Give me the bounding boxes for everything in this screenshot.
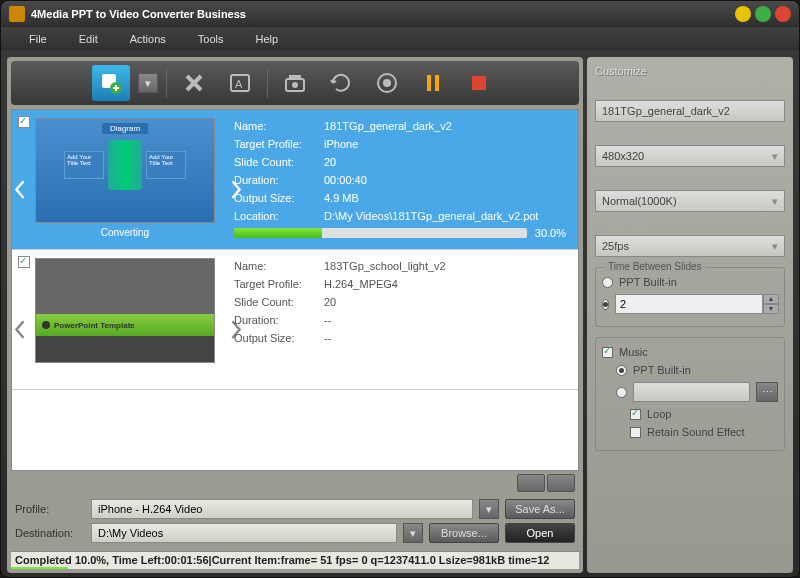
toolbar: ▾ A: [11, 61, 579, 105]
item-duration: 00:00:40: [324, 174, 367, 186]
quality-label: Quality: [595, 173, 785, 184]
svg-rect-10: [435, 75, 439, 91]
delete-button[interactable]: [175, 65, 213, 101]
time-input[interactable]: [615, 294, 763, 314]
item-size: 4.9 MB: [324, 192, 359, 204]
item-slides: 20: [324, 296, 336, 308]
svg-text:A: A: [235, 78, 243, 90]
browse-button[interactable]: Browse...: [429, 523, 499, 543]
profile-label: Profile:: [15, 503, 85, 515]
item-location: D:\My Videos\181TGp_general_dark_v2.pot: [324, 210, 538, 222]
progress-percent: 30.0%: [535, 227, 566, 239]
menu-help[interactable]: Help: [239, 33, 294, 45]
app-window: 4Media PPT to Video Converter Business F…: [0, 0, 800, 578]
item-duration: --: [324, 314, 331, 326]
stop-button[interactable]: [460, 65, 498, 101]
item-profile: iPhone: [324, 138, 358, 150]
music-checkbox[interactable]: [602, 347, 613, 358]
customize-panel: Customize File Name 181TGp_general_dark_…: [587, 57, 793, 573]
quality-select[interactable]: Normal(1000K)▾: [595, 190, 785, 212]
svg-rect-11: [472, 76, 486, 90]
music-group: Music PPT Built-in ⋯ Loop Retain Sound E…: [595, 337, 785, 451]
status-bar: Completed 10.0%, Time Left:00:01:56|Curr…: [11, 551, 579, 569]
item-slides: 20: [324, 156, 336, 168]
destination-dropdown-icon[interactable]: ▾: [403, 523, 423, 543]
menu-actions[interactable]: Actions: [114, 33, 182, 45]
list-item[interactable]: Diagram Add Your Title TextAdd Your Titl…: [12, 110, 578, 250]
retain-sound-checkbox[interactable]: [630, 427, 641, 438]
file-list: Diagram Add Your Title TextAdd Your Titl…: [11, 109, 579, 471]
item-checkbox[interactable]: [18, 256, 30, 268]
chevron-down-icon: ▾: [772, 150, 778, 163]
titlebar[interactable]: 4Media PPT to Video Converter Business: [1, 1, 799, 27]
menu-tools[interactable]: Tools: [182, 33, 240, 45]
app-title: 4Media PPT to Video Converter Business: [31, 8, 731, 20]
chevron-down-icon: ▾: [772, 240, 778, 253]
open-button[interactable]: Open: [505, 523, 575, 543]
save-as-button[interactable]: Save As...: [505, 499, 575, 519]
record-button[interactable]: [368, 65, 406, 101]
progress-bar: [234, 228, 527, 238]
customize-header: Customize: [595, 65, 785, 77]
add-file-button[interactable]: [92, 65, 130, 101]
resolution-label: Resolution: [595, 128, 785, 139]
refresh-button[interactable]: [322, 65, 360, 101]
close-button[interactable]: [775, 6, 791, 22]
slide-thumbnail: Diagram Add Your Title TextAdd Your Titl…: [35, 118, 215, 223]
filename-field[interactable]: 181TGp_general_dark_v2: [595, 100, 785, 122]
music-custom-radio[interactable]: [616, 387, 627, 398]
loop-checkbox[interactable]: [630, 409, 641, 420]
music-ppt-builtin-radio[interactable]: [616, 365, 627, 376]
app-logo-icon: [9, 6, 25, 22]
list-view-button[interactable]: [517, 474, 545, 492]
menubar: File Edit Actions Tools Help: [1, 27, 799, 51]
custom-time-radio[interactable]: [602, 299, 609, 310]
music-browse-button[interactable]: ⋯: [756, 382, 778, 402]
music-file-field[interactable]: [633, 382, 750, 402]
minimize-button[interactable]: [735, 6, 751, 22]
prev-slide-icon[interactable]: [14, 180, 26, 196]
capture-button[interactable]: [276, 65, 314, 101]
svg-rect-6: [289, 75, 301, 78]
framerate-select[interactable]: 25fps▾: [595, 235, 785, 257]
profile-dropdown-icon[interactable]: ▾: [479, 499, 499, 519]
destination-label: Destination:: [15, 527, 85, 539]
spin-down-icon[interactable]: ▼: [763, 304, 779, 314]
add-dropdown-icon[interactable]: ▾: [138, 73, 158, 93]
list-item[interactable]: PowerPoint Template Name:183TGp_school_l…: [12, 250, 578, 390]
item-checkbox[interactable]: [18, 116, 30, 128]
svg-rect-9: [427, 75, 431, 91]
resolution-select[interactable]: 480x320▾: [595, 145, 785, 167]
framerate-label: Frame Rate: [595, 218, 785, 229]
main-panel: ▾ A Diagram Add Your Ti: [7, 57, 583, 573]
rename-button[interactable]: A: [221, 65, 259, 101]
time-spinner[interactable]: ▲▼: [615, 294, 779, 314]
item-size: --: [324, 332, 331, 344]
item-status: Converting: [101, 227, 149, 238]
ppt-builtin-radio[interactable]: [602, 277, 613, 288]
filename-label: File Name: [595, 83, 785, 94]
profile-select[interactable]: iPhone - H.264 Video: [91, 499, 473, 519]
svg-point-5: [292, 82, 298, 88]
item-profile: H.264_MPEG4: [324, 278, 398, 290]
spin-up-icon[interactable]: ▲: [763, 294, 779, 304]
thumb-diagram-label: Diagram: [102, 123, 148, 134]
item-name: 181TGp_general_dark_v2: [324, 120, 452, 132]
prev-slide-icon[interactable]: [14, 320, 26, 336]
menu-edit[interactable]: Edit: [63, 33, 114, 45]
chevron-down-icon: ▾: [772, 195, 778, 208]
detail-view-button[interactable]: [547, 474, 575, 492]
svg-point-8: [383, 79, 391, 87]
item-name: 183TGp_school_light_v2: [324, 260, 446, 272]
time-between-slides-group: Time Between Slides PPT Built-in ▲▼: [595, 267, 785, 327]
slide-thumbnail: PowerPoint Template: [35, 258, 215, 363]
destination-field[interactable]: D:\My Videos: [91, 523, 397, 543]
pause-button[interactable]: [414, 65, 452, 101]
menu-file[interactable]: File: [13, 33, 63, 45]
maximize-button[interactable]: [755, 6, 771, 22]
